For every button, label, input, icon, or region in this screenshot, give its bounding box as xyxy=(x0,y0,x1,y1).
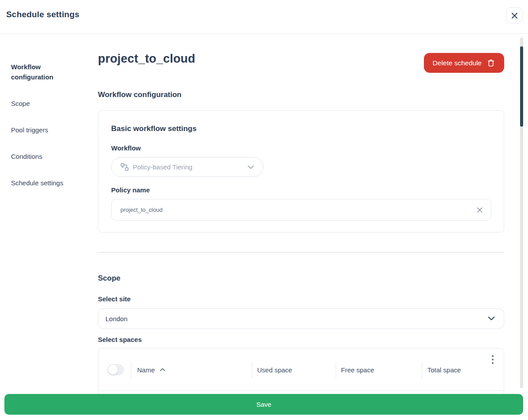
kebab-menu-icon[interactable] xyxy=(488,352,498,367)
card-heading: Basic workflow settings xyxy=(111,124,491,133)
site-select[interactable]: London xyxy=(98,308,504,329)
trash-icon xyxy=(487,58,495,68)
column-header-name[interactable]: Name xyxy=(137,349,165,391)
spaces-table-header-row: Name Used space Free space Total space xyxy=(98,349,504,391)
select-site-label: Select site xyxy=(98,295,131,303)
select-spaces-label: Select spaces xyxy=(98,336,142,343)
workflow-select[interactable]: Policy-based Tiering xyxy=(111,157,263,177)
select-all-toggle[interactable] xyxy=(107,364,124,375)
modal-header: Schedule settings xyxy=(0,0,528,34)
column-divider xyxy=(252,362,252,379)
toggle-knob xyxy=(108,365,118,375)
site-select-value: London xyxy=(105,315,127,322)
nav-item-workflow-configuration[interactable]: Workflow configuration xyxy=(0,62,82,82)
column-header-used-space[interactable]: Used space xyxy=(257,349,292,391)
workflow-select-value: Policy-based Tiering xyxy=(133,163,192,171)
scrollbar-thumb[interactable] xyxy=(520,46,523,127)
chevron-down-icon xyxy=(488,316,495,321)
policy-name-field-label: Policy name xyxy=(111,186,491,194)
column-header-free-space[interactable]: Free space xyxy=(341,349,374,391)
close-button[interactable] xyxy=(506,7,523,24)
column-divider xyxy=(336,362,336,379)
column-header-name-label: Name xyxy=(137,366,155,374)
schedule-settings-modal: Schedule settings Workflow configuration… xyxy=(0,0,528,420)
column-header-total-space[interactable]: Total space xyxy=(427,349,461,391)
policy-name-value: project_to_cloud xyxy=(120,206,162,213)
nav-item-scope[interactable]: Scope xyxy=(0,98,82,109)
settings-nav: Workflow configuration Scope Pool trigge… xyxy=(0,34,93,188)
column-divider xyxy=(422,362,422,379)
nav-item-pool-triggers[interactable]: Pool triggers xyxy=(0,125,82,135)
workflow-field-label: Workflow xyxy=(111,144,491,152)
basic-workflow-settings-card: Basic workflow settings Workflow Policy-… xyxy=(98,110,504,232)
modal-title: Schedule settings xyxy=(6,10,79,19)
spaces-table: Name Used space Free space Total space xyxy=(98,348,504,394)
workflow-configuration-heading: Workflow configuration xyxy=(98,90,182,99)
section-divider xyxy=(98,252,504,253)
close-icon xyxy=(511,12,518,19)
clear-input-icon[interactable] xyxy=(476,206,483,213)
scope-heading: Scope xyxy=(98,274,120,283)
chevron-down-icon xyxy=(247,165,254,169)
workflow-icon xyxy=(120,163,129,171)
delete-schedule-button-label: Delete schedule xyxy=(433,59,482,67)
save-button[interactable]: Save xyxy=(4,394,523,415)
delete-schedule-button[interactable]: Delete schedule xyxy=(424,53,504,73)
page-title-row: project_to_cloud Delete schedule xyxy=(98,52,504,73)
column-divider xyxy=(131,362,131,379)
nav-item-schedule-settings[interactable]: Schedule settings xyxy=(0,178,82,188)
page-title: project_to_cloud xyxy=(98,52,195,66)
sort-ascending-icon xyxy=(160,368,165,371)
nav-item-conditions[interactable]: Conditions xyxy=(0,151,82,161)
policy-name-input[interactable]: project_to_cloud xyxy=(111,199,491,221)
